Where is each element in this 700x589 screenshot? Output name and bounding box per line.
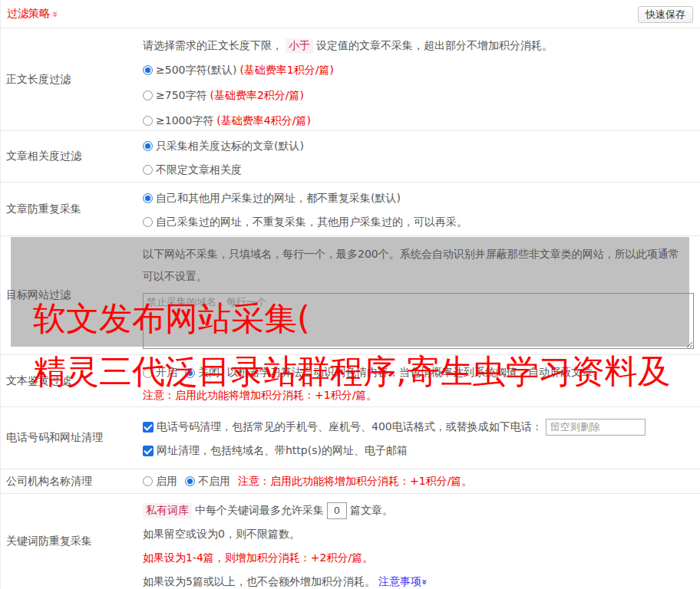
keyword-note-five: 如果设为5篇或以上，也不会额外增加积分消耗。 xyxy=(143,575,375,589)
replacement-phone-input[interactable] xyxy=(546,419,646,436)
porn-filter-desc: 以机器学习算法自动识别色情内容，当色情概率达到系统阈值，自动屏蔽文章。 xyxy=(227,366,603,380)
length-option-500[interactable]: ≥500字符(默认) (基础费率1积分/篇) xyxy=(143,58,700,83)
radio-1000[interactable] xyxy=(143,116,153,126)
url-clean-option: 网址清理，包括纯域名、带http(s)的网址、电子邮箱 xyxy=(143,439,700,462)
row-dedupe-collection: 文章防重复采集 自己和其他用户采集过的网址，都不重复采集(默认) 自己采集过的网… xyxy=(1,182,700,235)
checkbox-phone-clean-checked[interactable] xyxy=(143,422,154,433)
row-porn-filter: 文本鉴黄过滤 开启 关闭 以机器学习算法自动识别色情内容，当色情概率达到系统阈值… xyxy=(1,354,700,406)
company-enable-label[interactable]: 启用 xyxy=(156,475,177,489)
radio-dedupe-global-selected[interactable] xyxy=(143,193,153,203)
row-label: 文章相关度过滤 xyxy=(1,131,137,182)
radio-company-disable-selected[interactable] xyxy=(185,476,195,486)
blocked-domains-textarea[interactable] xyxy=(143,293,694,349)
radio-dedupe-self[interactable] xyxy=(143,217,153,227)
fee-note: (基础费率2积分/篇) xyxy=(210,89,304,103)
radio-porn-on[interactable] xyxy=(143,368,153,378)
length-filter-intro: 请选择需求的正文长度下限， 小于 设定值的文章不采集，超出部分不增加积分消耗。 xyxy=(143,35,700,58)
fee-note: (基础费率4积分/篇) xyxy=(216,114,311,128)
row-label: 文章防重复采集 xyxy=(1,183,137,235)
row-body-length-filter: 正文长度过滤 请选择需求的正文长度下限， 小于 设定值的文章不采集，超出部分不增… xyxy=(1,28,700,130)
quick-save-button[interactable]: 快速保存 xyxy=(638,6,693,23)
row-phone-url-clean: 电话号码和网址清理 电话号码清理，包括常见的手机号、座机号、400电话格式，或替… xyxy=(1,406,700,469)
less-than-chip: 小于 xyxy=(286,38,313,54)
radio-relevance-strict-selected[interactable] xyxy=(143,141,153,151)
header-bar: 过滤策略 » 快速保存 xyxy=(1,0,700,28)
dedupe-option-global[interactable]: 自己和其他用户采集过的网址，都不重复采集(默认) xyxy=(143,186,700,210)
site-filter-note: 以下网站不采集，只填域名，每行一个，最多200个。系统会自动识别并屏蔽那些非文章… xyxy=(143,243,685,288)
row-keyword-dedupe: 关键词防重复采集 私有词库 中每个关键词最多允许采集 篇文章。 如果留空或设为0… xyxy=(1,493,700,589)
phone-clean-option: 电话号码清理，包括常见的手机号、座机号、400电话格式，或替换成如下电话： xyxy=(143,415,700,439)
page-title-dropdown[interactable]: 过滤策略 » xyxy=(7,7,58,21)
row-label: 目标网站过滤 xyxy=(1,236,137,354)
keyword-note-cost: 如果设为1-4篇，则增加积分消耗：+2积分/篇。 xyxy=(143,546,700,570)
notes-link[interactable]: 注意事项 xyxy=(378,575,421,589)
length-option-750[interactable]: ≥750字符 (基础费率2积分/篇) xyxy=(143,83,700,108)
relevance-option-strict[interactable]: 只采集相关度达标的文章(默认) xyxy=(143,134,700,158)
relevance-option-any[interactable]: 不限定文章相关度 xyxy=(143,158,700,182)
chevron-down-icon: » xyxy=(420,579,429,585)
radio-porn-off-selected[interactable] xyxy=(185,368,195,378)
row-label: 电话号码和网址清理 xyxy=(1,407,137,469)
dedupe-option-self[interactable]: 自己采集过的网址，不重复采集，其他用户采集过的，可以再采。 xyxy=(143,210,700,234)
row-label: 关键词防重复采集 xyxy=(1,494,137,589)
radio-750[interactable] xyxy=(143,90,153,100)
filter-strategy-page: 过滤策略 » 快速保存 正文长度过滤 请选择需求的正文长度下限， 小于 设定值的… xyxy=(0,0,700,589)
chevron-down-icon: » xyxy=(51,11,61,17)
porn-on-label[interactable]: 开启 xyxy=(156,366,177,380)
company-disable-label[interactable]: 不启用 xyxy=(198,475,230,489)
page-title: 过滤策略 xyxy=(7,7,50,21)
row-label: 文本鉴黄过滤 xyxy=(1,355,137,406)
row-relevance-filter: 文章相关度过滤 只采集相关度达标的文章(默认) 不限定文章相关度 xyxy=(1,130,700,182)
keyword-note-zero: 如果留空或设为0，则不限篇数。 xyxy=(143,522,700,546)
radio-500-selected[interactable] xyxy=(143,65,153,75)
company-clean-cost-note: 注意：启用此功能将增加积分消耗：+1积分/篇。 xyxy=(238,475,472,489)
row-company-clean: 公司机构名称清理 启用 不启用 注意：启用此功能将增加积分消耗：+1积分/篇。 xyxy=(1,469,700,493)
max-articles-per-keyword-input[interactable] xyxy=(327,502,347,519)
row-target-site-filter: 目标网站过滤 以下网站不采集，只填域名，每行一个，最多200个。系统会自动识别并… xyxy=(1,235,700,354)
checkbox-url-clean-checked[interactable] xyxy=(143,446,154,456)
fee-note: (基础费率1积分/篇) xyxy=(239,64,334,77)
porn-off-label[interactable]: 关闭 xyxy=(198,366,220,380)
radio-company-enable[interactable] xyxy=(143,476,153,486)
row-label: 公司机构名称清理 xyxy=(1,469,137,493)
porn-filter-cost-note: 注意：启用此功能将增加积分消耗：+1积分/篇。 xyxy=(143,384,700,407)
radio-relevance-any[interactable] xyxy=(143,165,153,175)
row-label: 正文长度过滤 xyxy=(1,28,137,130)
private-thesaurus-chip: 私有词库 xyxy=(143,503,192,518)
